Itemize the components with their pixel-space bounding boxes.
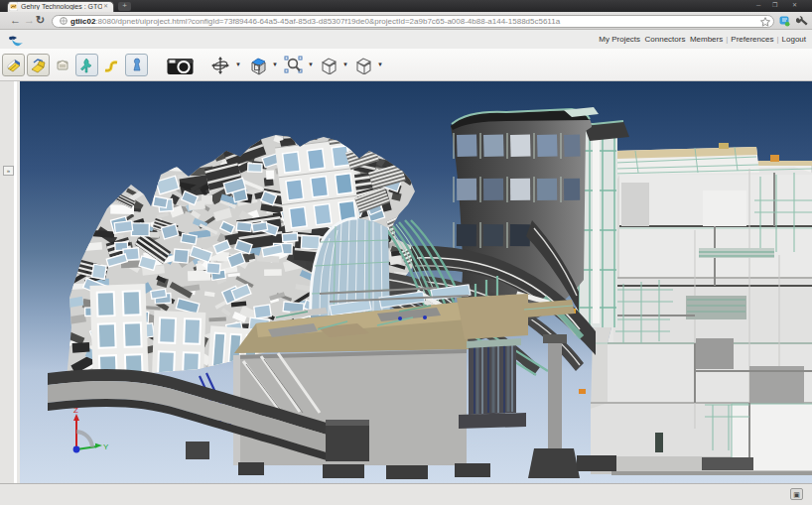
svg-text:Z: Z (73, 406, 78, 415)
svg-text:Y: Y (103, 442, 109, 451)
